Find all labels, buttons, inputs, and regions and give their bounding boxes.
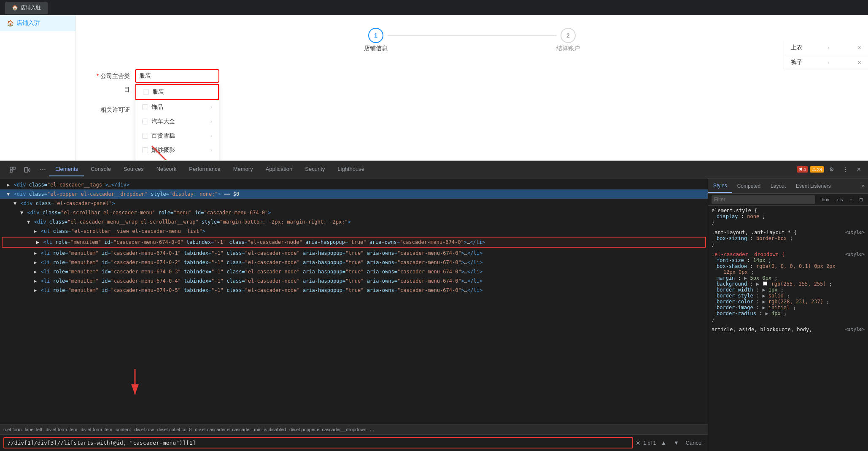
dom-line-5[interactable]: ▶ <ul class="el-scrollbar__view el-casca… — [0, 227, 708, 236]
device-toolbar-icon[interactable] — [21, 164, 33, 176]
triangle-3[interactable]: ▼ — [20, 210, 23, 216]
triangle-2[interactable]: ▼ — [13, 200, 16, 206]
cascader-item-3[interactable]: 百货雪糕 › — [135, 129, 219, 143]
cls-filter-button[interactable]: .cls — [834, 196, 845, 203]
close-devtools-icon[interactable]: ✕ — [853, 164, 865, 176]
css-rule-article: article, aside, blockquote, body, <style… — [712, 327, 865, 332]
styles-more-button[interactable]: » — [858, 183, 868, 189]
dom-line-9[interactable]: ▶ <li role="menuitem" id="cascader-menu-… — [0, 267, 708, 276]
arrow-icon-1: › — [210, 104, 212, 110]
tab-application[interactable]: Application — [260, 162, 299, 176]
cascader-item-5[interactable]: 千主（连/统终千主的讲合比例） › — [135, 157, 219, 161]
checkbox-2[interactable] — [142, 119, 148, 124]
step-2-label: 结算账户 — [556, 45, 580, 52]
tab-network[interactable]: Network — [151, 162, 183, 176]
triangle-4[interactable]: ▼ — [27, 219, 30, 225]
tab-security[interactable]: Security — [299, 162, 331, 176]
breadcrumb-item-1[interactable]: div.el-form-item — [46, 427, 77, 432]
search-input-wrapper[interactable] — [3, 437, 633, 448]
search-next-button[interactable]: ▼ — [671, 438, 682, 448]
hov-filter-button[interactable]: :hov — [819, 196, 831, 203]
checkbox-4[interactable] — [142, 147, 148, 153]
dom-line-3[interactable]: ▼ <div class="el-scrollbar el-cascader-m… — [0, 208, 708, 217]
breadcrumb-item-3[interactable]: content — [116, 427, 131, 432]
devtools-more-left[interactable]: ··· — [37, 165, 49, 174]
checkbox-0[interactable] — [143, 89, 149, 95]
steps-line — [388, 35, 556, 36]
right-item-close-0[interactable]: × — [858, 44, 861, 51]
page-area: 🏠 店铺入驻 1 店铺信息 2 结算账户 * — [0, 15, 868, 161]
dom-line-4[interactable]: ▼ <div class="el-cascader-menu__wrap el-… — [0, 217, 708, 227]
more-options-icon[interactable]: ⋮ — [839, 164, 851, 176]
inspect-element-icon[interactable] — [7, 164, 19, 176]
dom-line-6[interactable]: ▶ <li role="menuitem" id="cascader-menu-… — [2, 237, 706, 248]
triangle-7[interactable]: ▶ — [34, 250, 37, 256]
breadcrumb-item-7[interactable]: div.el-popper.el-cascader__dropdown — [289, 427, 367, 432]
search-prev-button[interactable]: ▲ — [659, 438, 669, 448]
dom-line-10[interactable]: ▶ <li role="menuitem" id="cascader-menu-… — [0, 276, 708, 286]
styles-filter-input[interactable] — [712, 195, 815, 204]
svg-rect-3 — [13, 167, 15, 169]
elements-panel[interactable]: ▶ <div class="el-cascader__tags">…</div>… — [0, 178, 708, 424]
styles-tab-layout[interactable]: Layout — [766, 180, 791, 192]
triangle-8[interactable]: ▶ — [34, 259, 37, 265]
search-input[interactable] — [8, 440, 629, 446]
color-swatch-background[interactable] — [763, 281, 767, 286]
step-1-circle: 1 — [368, 28, 383, 43]
settings-icon[interactable]: ⚙ — [826, 164, 838, 176]
styles-tab-styles[interactable]: Styles — [708, 179, 732, 193]
cascader-item-4[interactable]: 婚纱摄影 › — [135, 143, 219, 157]
arrow-icon-2: › — [210, 119, 212, 124]
dom-line-0[interactable]: ▶ <div class="el-cascader__tags">…</div> — [0, 180, 708, 189]
dom-line-1[interactable]: ▼ <div class="el-popper el-cascader__dro… — [0, 189, 708, 199]
expand-button[interactable]: ⊡ — [857, 196, 865, 203]
breadcrumb-item-2[interactable]: div.el-form-item — [81, 427, 112, 432]
tab-memory[interactable]: Memory — [227, 162, 259, 176]
checkbox-3[interactable] — [142, 133, 148, 139]
browser-bar: 🏠 店铺入驻 — [0, 0, 868, 15]
error-badge[interactable]: ✖ 4 — [797, 166, 808, 173]
triangle-6[interactable]: ▶ — [36, 239, 39, 245]
triangle-0[interactable]: ▶ — [7, 182, 10, 188]
right-item-expand-0: › — [828, 44, 830, 51]
css-rule-element-style: element.style { display : none ; } — [712, 208, 865, 225]
breadcrumb-item-4[interactable]: div.el-row — [134, 427, 154, 432]
dom-line-11[interactable]: ▶ <li role="menuitem" id="cascader-menu-… — [0, 286, 708, 295]
dom-line-7[interactable]: ▶ <li role="menuitem" id="cascader-menu-… — [0, 248, 708, 258]
styles-tab-computed[interactable]: Computed — [732, 180, 766, 192]
triangle-9[interactable]: ▶ — [34, 269, 37, 275]
cascader-item-1[interactable]: 饰品 › — [135, 100, 219, 114]
svg-rect-4 — [10, 170, 12, 172]
breadcrumb-item-0[interactable]: n.el-form--label-left — [3, 427, 42, 432]
sidebar-item-store[interactable]: 🏠 店铺入驻 — [0, 15, 75, 31]
step-2-circle: 2 — [561, 28, 576, 43]
right-item-close-1[interactable]: × — [858, 59, 861, 66]
add-style-button[interactable]: + — [848, 196, 854, 203]
tab-console[interactable]: Console — [85, 162, 117, 176]
cascader-item-0[interactable]: 服装 — [135, 84, 219, 100]
triangle-5[interactable]: ▶ — [34, 228, 37, 234]
triangle-1[interactable]: ▼ — [7, 191, 10, 197]
tab-sources[interactable]: Sources — [118, 162, 150, 176]
tab-performance[interactable]: Performance — [183, 162, 226, 176]
dom-line-2[interactable]: ▼ <div class="el-cascader-panel"> — [0, 199, 708, 208]
tab-lighthouse[interactable]: Lighthouse — [332, 162, 370, 176]
cascader-input[interactable]: 服装 — [135, 69, 219, 83]
search-cancel-button[interactable]: Cancel — [684, 440, 704, 446]
triangle-10[interactable]: ▶ — [34, 278, 37, 284]
elements-area: ▶ <div class="el-cascader__tags">…</div>… — [0, 178, 708, 451]
breadcrumb-item-6[interactable]: div.el-cascader.el-cascader--mini.is-dis… — [195, 427, 286, 432]
breadcrumb-item-5[interactable]: div.el-col.el-col-8 — [157, 427, 192, 432]
dom-line-8[interactable]: ▶ <li role="menuitem" id="cascader-menu-… — [0, 258, 708, 267]
triangle-11[interactable]: ▶ — [34, 287, 37, 293]
step-2: 2 结算账户 — [556, 28, 580, 52]
warning-badge[interactable]: ⚠ 28 — [810, 166, 824, 173]
tab-elements[interactable]: Elements — [49, 162, 84, 176]
tab-label: 店铺入驻 — [21, 4, 41, 11]
browser-tab[interactable]: 🏠 店铺入驻 — [5, 2, 48, 14]
cascader-item-2[interactable]: 汽车大全 › — [135, 114, 219, 129]
search-clear-icon[interactable]: ✕ — [636, 440, 641, 446]
checkbox-1[interactable] — [142, 104, 148, 110]
css-rule-ant-layout: .ant-layout, .ant-layout * { <style> box… — [712, 230, 865, 247]
styles-tab-event-listeners[interactable]: Event Listeners — [791, 180, 836, 192]
